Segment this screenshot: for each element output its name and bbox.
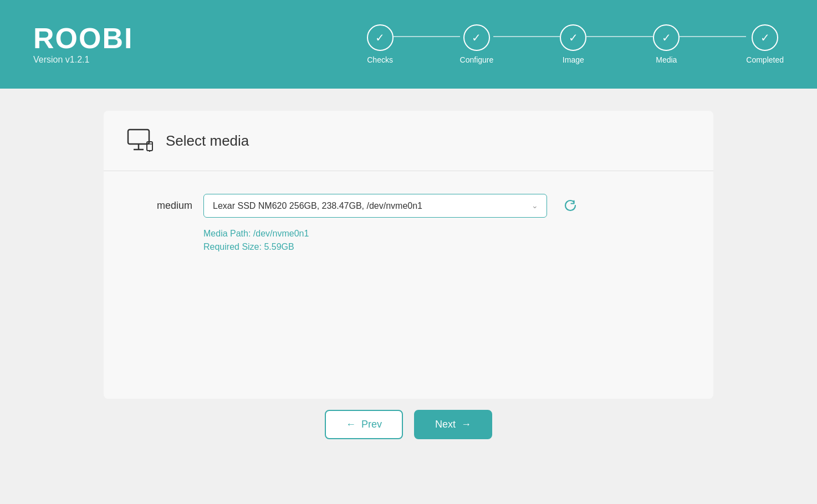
step-line-2	[493, 36, 560, 37]
refresh-button[interactable]	[558, 193, 583, 218]
media-path-label: Media Path:	[203, 229, 251, 238]
card-header: Select media	[104, 111, 713, 171]
step-checks: ✓ Checks	[367, 24, 394, 64]
next-button[interactable]: Next →	[414, 410, 492, 439]
app-header: ROOBI Version v1.2.1 ✓ Checks ✓ Configur…	[0, 0, 817, 89]
medium-select[interactable]: Lexar SSD NM620 256GB, 238.47GB, /dev/nv…	[203, 194, 547, 218]
next-label: Next	[435, 419, 456, 430]
app-version: Version v1.2.1	[33, 55, 133, 65]
prev-button[interactable]: ← Prev	[325, 410, 403, 439]
prev-label: Prev	[361, 419, 382, 430]
step-line-3	[586, 36, 653, 37]
step-completed-circle: ✓	[752, 24, 778, 51]
monitor-icon	[126, 126, 155, 155]
card-body: medium Lexar SSD NM620 256GB, 238.47GB, …	[104, 171, 713, 274]
media-path-line: Media Path: /dev/nvme0n1	[203, 229, 691, 239]
stepper: ✓ Checks ✓ Configure ✓ Image ✓ Media ✓ C…	[367, 24, 784, 64]
refresh-icon	[563, 198, 578, 213]
step-checks-circle: ✓	[367, 24, 394, 51]
step-configure: ✓ Configure	[460, 24, 494, 64]
medium-form-row: medium Lexar SSD NM620 256GB, 238.47GB, …	[126, 193, 691, 218]
medium-label: medium	[126, 200, 192, 212]
required-size-label: Required Size:	[203, 242, 262, 251]
required-size-value: 5.59GB	[264, 242, 294, 251]
main-content: Select media medium Lexar SSD NM620 256G…	[0, 89, 817, 504]
media-path-value: /dev/nvme0n1	[253, 229, 309, 238]
next-arrow-icon: →	[461, 419, 471, 430]
card-title: Select media	[166, 132, 249, 150]
step-media-label: Media	[656, 55, 677, 64]
step-image-label: Image	[563, 55, 584, 64]
step-media-circle: ✓	[653, 24, 680, 51]
app-title: ROOBI	[33, 24, 133, 53]
step-line-4	[680, 36, 746, 37]
svg-rect-0	[128, 130, 149, 144]
step-completed: ✓ Completed	[746, 24, 784, 64]
step-configure-label: Configure	[460, 55, 494, 64]
step-line-1	[394, 36, 460, 37]
step-configure-circle: ✓	[463, 24, 490, 51]
logo-area: ROOBI Version v1.2.1	[33, 24, 133, 65]
select-media-card: Select media medium Lexar SSD NM620 256G…	[104, 111, 713, 399]
footer-actions: ← Prev Next →	[325, 399, 492, 456]
media-info: Media Path: /dev/nvme0n1 Required Size: …	[203, 229, 691, 252]
prev-arrow-icon: ←	[346, 419, 356, 430]
step-completed-label: Completed	[746, 55, 784, 64]
step-media: ✓ Media	[653, 24, 680, 64]
step-image: ✓ Image	[560, 24, 586, 64]
step-checks-label: Checks	[367, 55, 393, 64]
step-image-circle: ✓	[560, 24, 586, 51]
medium-select-wrapper: Lexar SSD NM620 256GB, 238.47GB, /dev/nv…	[203, 194, 547, 218]
required-size-line: Required Size: 5.59GB	[203, 242, 691, 252]
